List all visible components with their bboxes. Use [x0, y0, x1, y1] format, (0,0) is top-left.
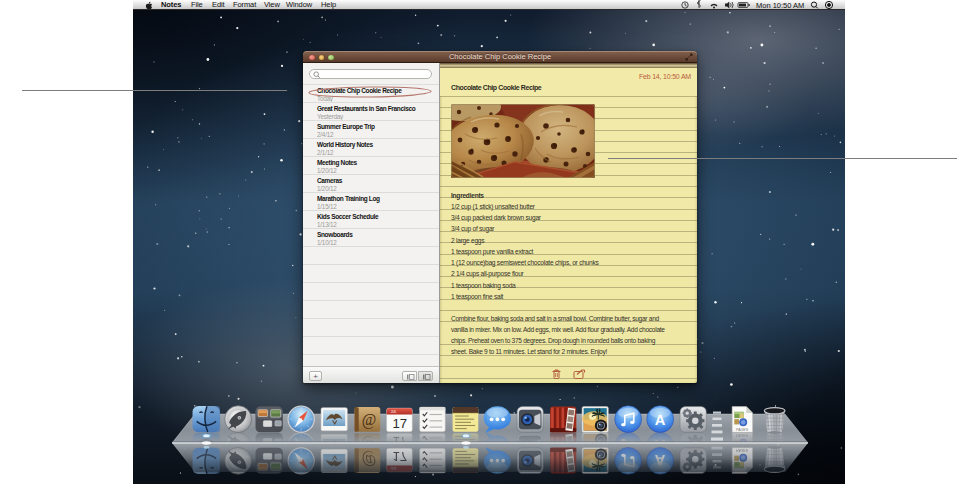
svg-text:JUL: JUL: [391, 410, 397, 414]
svg-text:PAGES: PAGES: [736, 428, 749, 432]
svg-text:A: A: [655, 412, 666, 428]
svg-text:@: @: [362, 411, 377, 429]
svg-text:17: 17: [392, 416, 407, 431]
svg-text:Mon 10:50 AM: Mon 10:50 AM: [756, 1, 804, 10]
